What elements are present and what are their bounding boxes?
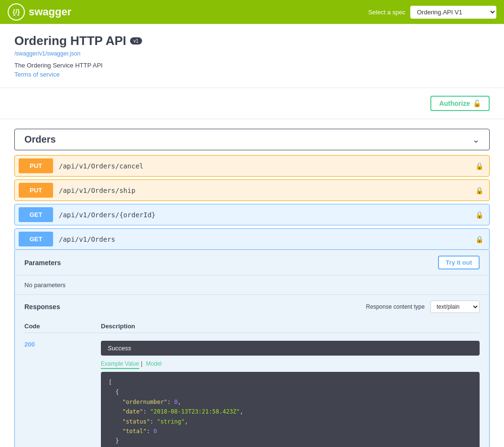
top-bar: {/} swagger Select a spec Ordering.API V… bbox=[0, 0, 504, 24]
endpoint-path-cancel: /api/v1/Orders/cancel bbox=[57, 158, 470, 174]
orders-section-title: Orders bbox=[24, 134, 56, 145]
parameters-header: Parameters Try it out bbox=[15, 250, 489, 276]
endpoint-row-put-cancel[interactable]: PUT /api/v1/Orders/cancel 🔒 bbox=[14, 155, 490, 177]
chevron-down-icon: ⌄ bbox=[472, 134, 480, 145]
content-type-label: Response content type bbox=[366, 303, 425, 310]
endpoint-expanded-panel: Parameters Try it out No parameters Resp… bbox=[14, 250, 490, 447]
method-badge-get-orders: GET bbox=[19, 232, 53, 246]
code-sample-200: [ { "ordernumber": 0, "date": "2018-08-1… bbox=[101, 372, 480, 447]
example-tabs-200: Example Value Model bbox=[101, 359, 480, 369]
endpoint-lock-icon-ship: 🔒 bbox=[470, 183, 489, 198]
method-badge-put-ship: PUT bbox=[19, 183, 53, 198]
swagger-logo: {/} swagger bbox=[8, 3, 71, 21]
response-code-200: 200 bbox=[24, 341, 101, 447]
spec-dropdown[interactable]: Ordering.API V1 bbox=[410, 6, 496, 19]
terms-of-service-link[interactable]: Terms of service bbox=[14, 71, 60, 78]
table-row: 200 Success Example Value Model [ { "ord… bbox=[24, 337, 480, 447]
no-parameters-text: No parameters bbox=[15, 276, 489, 294]
endpoint-path-orders: /api/v1/Orders bbox=[57, 232, 470, 247]
description-column-header: Description bbox=[101, 323, 480, 330]
auth-bar: Authorize 🔓 bbox=[0, 88, 504, 119]
select-spec-label: Select a spec bbox=[368, 9, 405, 16]
api-description: The Ordering Service HTTP API bbox=[14, 62, 490, 69]
api-title-text: Ordering HTTP API bbox=[14, 34, 126, 48]
code-column-header: Code bbox=[24, 323, 101, 330]
model-tab[interactable]: Model bbox=[139, 359, 162, 369]
endpoint-lock-icon-orderid: 🔒 bbox=[470, 207, 489, 223]
endpoint-row-get-orders[interactable]: GET /api/v1/Orders 🔒 bbox=[14, 228, 490, 250]
example-value-tab[interactable]: Example Value bbox=[101, 359, 139, 369]
spec-selector: Select a spec Ordering.API V1 bbox=[368, 6, 496, 19]
lock-icon: 🔓 bbox=[473, 100, 481, 107]
main-content: Orders ⌄ PUT /api/v1/Orders/cancel 🔒 PUT… bbox=[0, 119, 504, 447]
endpoint-lock-icon-orders: 🔒 bbox=[470, 232, 489, 247]
api-title: Ordering HTTP API v1 bbox=[14, 34, 490, 48]
responses-section: Responses Response content type text/pla… bbox=[15, 294, 489, 447]
authorize-button[interactable]: Authorize 🔓 bbox=[430, 96, 490, 111]
version-badge: v1 bbox=[130, 37, 142, 45]
response-desc-200: Success Example Value Model [ { "ordernu… bbox=[101, 341, 480, 447]
responses-header: Responses Response content type text/pla… bbox=[24, 301, 480, 313]
swagger-logo-text: swagger bbox=[29, 6, 71, 18]
endpoint-path-orderid: /api/v1/Orders/{orderId} bbox=[57, 207, 470, 223]
orders-section-header[interactable]: Orders ⌄ bbox=[14, 129, 490, 150]
api-url-link[interactable]: /swagger/v1/swagger.json bbox=[14, 50, 490, 57]
response-status-success: Success bbox=[101, 341, 480, 356]
endpoint-row-get-orderid[interactable]: GET /api/v1/Orders/{orderId} 🔒 bbox=[14, 204, 490, 225]
endpoint-path-ship: /api/v1/Orders/ship bbox=[57, 183, 470, 198]
info-section: Ordering HTTP API v1 /swagger/v1/swagger… bbox=[0, 24, 504, 88]
content-type-selector-group: Response content type text/plain bbox=[366, 301, 480, 313]
response-table-header: Code Description bbox=[24, 320, 480, 333]
swagger-logo-icon: {/} bbox=[8, 3, 25, 21]
method-badge-put: PUT bbox=[19, 158, 53, 173]
method-badge-get-orderid: GET bbox=[19, 207, 53, 222]
responses-title: Responses bbox=[24, 303, 60, 311]
try-it-button[interactable]: Try it out bbox=[438, 256, 480, 269]
content-type-select[interactable]: text/plain bbox=[430, 301, 480, 313]
authorize-button-label: Authorize bbox=[439, 100, 470, 107]
endpoint-lock-icon: 🔒 bbox=[470, 158, 489, 174]
endpoint-row-put-ship[interactable]: PUT /api/v1/Orders/ship 🔒 bbox=[14, 179, 490, 201]
parameters-title: Parameters bbox=[24, 259, 61, 267]
